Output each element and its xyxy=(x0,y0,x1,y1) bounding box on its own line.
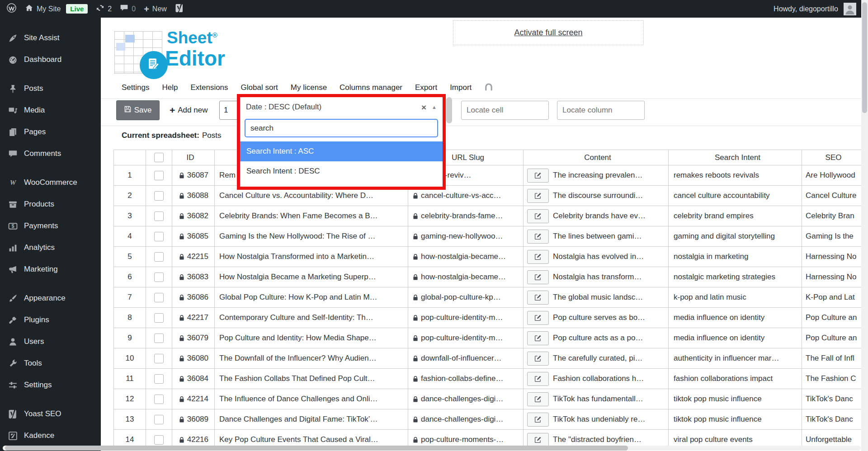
add-new-button[interactable]: + Add new xyxy=(170,100,208,120)
seo-title-cell[interactable]: Pop Culture an xyxy=(802,308,862,328)
search-intent-cell[interactable]: nostalgic marketing strategies xyxy=(669,267,802,287)
search-intent-cell[interactable]: viral pop culture events xyxy=(669,430,802,446)
post-id-cell[interactable]: 36079 xyxy=(172,328,215,348)
post-id-cell[interactable]: 36088 xyxy=(172,186,215,206)
row-checkbox[interactable] xyxy=(154,232,164,241)
row-checkbox[interactable] xyxy=(154,374,164,384)
x-clear-icon[interactable]: × xyxy=(421,103,426,112)
search-intent-cell[interactable]: gaming and digital storytelling xyxy=(669,226,802,247)
sidebar-item-media[interactable]: Media xyxy=(0,99,101,121)
content-cell[interactable]: The increasing prevalen… xyxy=(524,165,669,186)
menu-item-global-sort[interactable]: Global sort xyxy=(241,83,278,92)
menu-item-extensions[interactable]: Extensions xyxy=(190,83,228,92)
new-content-link[interactable]: + New xyxy=(144,5,167,14)
sidebar-item-plugins[interactable]: Plugins xyxy=(0,309,101,331)
post-title-cell[interactable]: How Nostalgia Transformed into a Marketi… xyxy=(215,247,408,267)
post-id-cell[interactable]: 36089 xyxy=(172,409,215,430)
post-title-cell[interactable]: The Downfall of the Influencer? Why Audi… xyxy=(215,348,408,369)
content-cell[interactable]: Fashion collaborations h… xyxy=(524,369,669,389)
sort-option-asc[interactable]: Search Intent : ASC xyxy=(240,141,443,161)
row-checkbox[interactable] xyxy=(154,211,164,221)
content-cell[interactable]: Nostalgia has transform… xyxy=(524,267,669,287)
post-title-cell[interactable]: Dance Challenges and Digital Fame: TikTo… xyxy=(215,409,408,430)
comments-link[interactable]: 0 xyxy=(120,4,136,14)
yoast-toolbar-icon[interactable] xyxy=(175,4,184,14)
url-slug-cell[interactable]: gaming-new-hollywoo… xyxy=(408,226,524,247)
search-intent-cell[interactable]: cancel culture accountability xyxy=(669,186,802,206)
search-intent-cell[interactable]: nostalgia in marketing xyxy=(669,247,802,267)
search-intent-cell[interactable]: k-pop and latin music xyxy=(669,287,802,308)
row-checkbox[interactable] xyxy=(154,293,164,302)
edit-content-button[interactable] xyxy=(527,270,549,284)
row-checkbox[interactable] xyxy=(154,334,164,343)
row-number-cell[interactable]: 3 xyxy=(114,206,146,226)
edit-content-button[interactable] xyxy=(527,413,549,427)
content-cell[interactable]: Pop culture acts as a po… xyxy=(524,328,669,348)
search-intent-cell[interactable]: tiktok pop music influence xyxy=(669,389,802,409)
row-number-cell[interactable]: 11 xyxy=(114,369,146,389)
howdy-account-link[interactable]: Howdy, diegoportillo xyxy=(774,5,838,13)
seo-title-cell[interactable]: Celebrity Bran xyxy=(802,206,862,226)
column-header-seo[interactable]: SEO xyxy=(802,150,862,165)
sidebar-item-woocommerce[interactable]: WWooCommerce xyxy=(0,172,101,193)
post-id-cell[interactable]: 42217 xyxy=(172,308,215,328)
post-title-cell[interactable]: Global Pop Culture: How K-Pop and Latin … xyxy=(215,287,408,308)
avatar[interactable] xyxy=(844,3,856,15)
sort-search-input[interactable] xyxy=(245,119,438,137)
header-checkbox[interactable] xyxy=(154,153,164,162)
search-intent-cell[interactable]: tiktok pop music influence xyxy=(669,409,802,430)
row-number-cell[interactable]: 2 xyxy=(114,186,146,206)
seo-title-cell[interactable]: TikTok's Danc xyxy=(802,409,862,430)
post-title-cell[interactable]: Pop Culture and Identity: How Media Shap… xyxy=(215,328,408,348)
row-number-cell[interactable]: 6 xyxy=(114,267,146,287)
edit-content-button[interactable] xyxy=(527,433,549,446)
row-number-cell[interactable]: 10 xyxy=(114,348,146,369)
edit-content-button[interactable] xyxy=(527,392,549,406)
post-id-cell[interactable]: 36084 xyxy=(172,369,215,389)
row-number-cell[interactable]: 1 xyxy=(114,165,146,186)
search-intent-cell[interactable]: fashion collaborations impact xyxy=(669,369,802,389)
menu-item-help[interactable]: Help xyxy=(162,83,178,92)
post-id-cell[interactable]: 36080 xyxy=(172,348,215,369)
sidebar-item-settings[interactable]: Settings xyxy=(0,374,101,396)
sidebar-item-kadence[interactable]: Kadence xyxy=(0,425,101,446)
select-all-checkbox[interactable] xyxy=(146,150,172,165)
menu-item-my-license[interactable]: My license xyxy=(291,83,327,92)
sidebar-item-pages[interactable]: Pages xyxy=(0,121,101,143)
column-header-id[interactable]: ID xyxy=(172,150,215,165)
post-id-cell[interactable]: 36082 xyxy=(172,206,215,226)
edit-content-button[interactable] xyxy=(527,291,549,305)
sidebar-item-marketing[interactable]: Marketing xyxy=(0,258,101,280)
search-intent-cell[interactable]: media influence on identity xyxy=(669,308,802,328)
seo-title-cell[interactable]: Unforgettable xyxy=(802,430,862,446)
row-checkbox[interactable] xyxy=(154,313,164,323)
row-number-cell[interactable]: 5 xyxy=(114,247,146,267)
post-title-cell[interactable]: Gaming Is the New Hollywood: The Rise of… xyxy=(215,226,408,247)
sort-selected-control[interactable]: Date : DESC (Default) × ▲ xyxy=(240,97,443,117)
row-number-cell[interactable]: 7 xyxy=(114,287,146,308)
url-slug-cell[interactable]: fashion-collabs-define… xyxy=(408,369,524,389)
content-cell[interactable]: The lines between gami… xyxy=(524,226,669,247)
seo-title-cell[interactable]: TikTok's Danc xyxy=(802,389,862,409)
content-cell[interactable]: TikTok has undeniably re… xyxy=(524,409,669,430)
my-site-link[interactable]: My Site xyxy=(25,4,61,14)
row-checkbox[interactable] xyxy=(154,415,164,424)
headset-icon[interactable] xyxy=(484,82,493,94)
sidebar-item-posts[interactable]: Posts xyxy=(0,78,101,99)
horizontal-scrollbar-thumb[interactable] xyxy=(5,446,628,451)
locate-cell-input[interactable] xyxy=(461,101,549,120)
post-title-cell[interactable]: Contemporary Culture and Self-Identity: … xyxy=(215,308,408,328)
post-title-cell[interactable]: The Fashion Collabs That Defined Pop Cul… xyxy=(215,369,408,389)
url-slug-cell[interactable]: pop-culture-identity-m… xyxy=(408,328,524,348)
post-id-cell[interactable]: 36086 xyxy=(172,287,215,308)
content-cell[interactable]: The discourse surroundi… xyxy=(524,186,669,206)
row-checkbox[interactable] xyxy=(154,191,164,201)
seo-title-cell[interactable]: Pop Culture an xyxy=(802,328,862,348)
edit-content-button[interactable] xyxy=(527,189,549,203)
row-number-cell[interactable]: 4 xyxy=(114,226,146,247)
edit-content-button[interactable] xyxy=(527,250,549,264)
sidebar-item-payments[interactable]: $Payments xyxy=(0,215,101,237)
row-checkbox[interactable] xyxy=(154,395,164,404)
row-number-cell[interactable]: 8 xyxy=(114,308,146,328)
row-checkbox[interactable] xyxy=(154,171,164,180)
